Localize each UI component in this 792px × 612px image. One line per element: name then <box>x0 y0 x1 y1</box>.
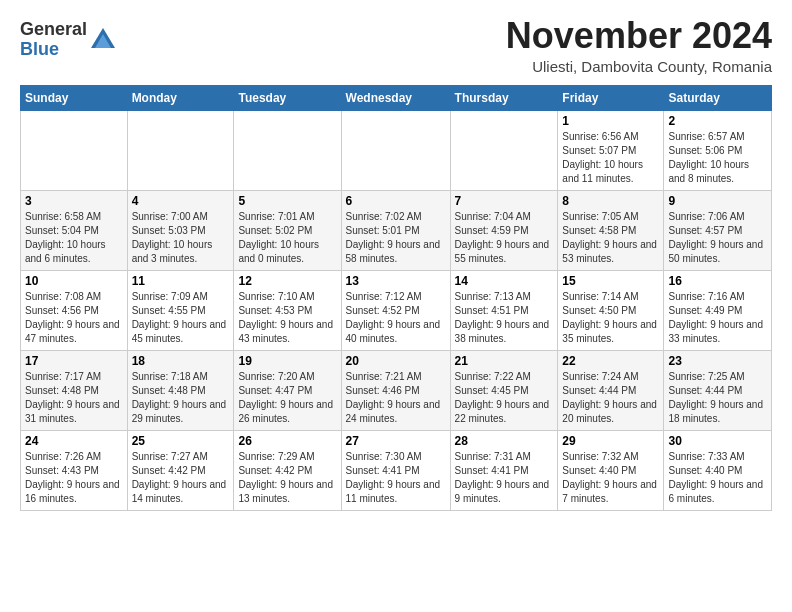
table-row: 22Sunrise: 7:24 AM Sunset: 4:44 PM Dayli… <box>558 350 664 430</box>
day-info: Sunrise: 7:08 AM Sunset: 4:56 PM Dayligh… <box>25 290 123 346</box>
table-row <box>21 110 128 190</box>
table-row: 16Sunrise: 7:16 AM Sunset: 4:49 PM Dayli… <box>664 270 772 350</box>
day-info: Sunrise: 7:05 AM Sunset: 4:58 PM Dayligh… <box>562 210 659 266</box>
day-number: 4 <box>132 194 230 208</box>
table-row: 28Sunrise: 7:31 AM Sunset: 4:41 PM Dayli… <box>450 430 558 510</box>
day-number: 7 <box>455 194 554 208</box>
table-row: 18Sunrise: 7:18 AM Sunset: 4:48 PM Dayli… <box>127 350 234 430</box>
calendar-table: Sunday Monday Tuesday Wednesday Thursday… <box>20 85 772 511</box>
table-row: 12Sunrise: 7:10 AM Sunset: 4:53 PM Dayli… <box>234 270 341 350</box>
day-number: 12 <box>238 274 336 288</box>
day-info: Sunrise: 7:16 AM Sunset: 4:49 PM Dayligh… <box>668 290 767 346</box>
logo: General Blue <box>20 20 117 60</box>
day-info: Sunrise: 6:56 AM Sunset: 5:07 PM Dayligh… <box>562 130 659 186</box>
title-block: November 2024 Uliesti, Dambovita County,… <box>506 16 772 75</box>
day-number: 13 <box>346 274 446 288</box>
col-thursday: Thursday <box>450 85 558 110</box>
page: General Blue November 2024 Uliesti, Damb… <box>0 0 792 527</box>
table-row: 14Sunrise: 7:13 AM Sunset: 4:51 PM Dayli… <box>450 270 558 350</box>
day-number: 22 <box>562 354 659 368</box>
table-row <box>127 110 234 190</box>
table-row: 27Sunrise: 7:30 AM Sunset: 4:41 PM Dayli… <box>341 430 450 510</box>
table-row: 21Sunrise: 7:22 AM Sunset: 4:45 PM Dayli… <box>450 350 558 430</box>
day-info: Sunrise: 7:10 AM Sunset: 4:53 PM Dayligh… <box>238 290 336 346</box>
day-number: 20 <box>346 354 446 368</box>
col-sunday: Sunday <box>21 85 128 110</box>
day-info: Sunrise: 6:58 AM Sunset: 5:04 PM Dayligh… <box>25 210 123 266</box>
day-number: 15 <box>562 274 659 288</box>
table-row: 6Sunrise: 7:02 AM Sunset: 5:01 PM Daylig… <box>341 190 450 270</box>
day-info: Sunrise: 7:26 AM Sunset: 4:43 PM Dayligh… <box>25 450 123 506</box>
day-info: Sunrise: 7:01 AM Sunset: 5:02 PM Dayligh… <box>238 210 336 266</box>
table-row: 15Sunrise: 7:14 AM Sunset: 4:50 PM Dayli… <box>558 270 664 350</box>
day-number: 25 <box>132 434 230 448</box>
table-row: 7Sunrise: 7:04 AM Sunset: 4:59 PM Daylig… <box>450 190 558 270</box>
day-number: 24 <box>25 434 123 448</box>
day-number: 21 <box>455 354 554 368</box>
header: General Blue November 2024 Uliesti, Damb… <box>20 16 772 75</box>
day-info: Sunrise: 7:06 AM Sunset: 4:57 PM Dayligh… <box>668 210 767 266</box>
col-tuesday: Tuesday <box>234 85 341 110</box>
table-row: 1Sunrise: 6:56 AM Sunset: 5:07 PM Daylig… <box>558 110 664 190</box>
day-number: 5 <box>238 194 336 208</box>
day-number: 9 <box>668 194 767 208</box>
day-number: 28 <box>455 434 554 448</box>
table-row <box>234 110 341 190</box>
day-info: Sunrise: 7:17 AM Sunset: 4:48 PM Dayligh… <box>25 370 123 426</box>
day-info: Sunrise: 7:31 AM Sunset: 4:41 PM Dayligh… <box>455 450 554 506</box>
day-info: Sunrise: 7:14 AM Sunset: 4:50 PM Dayligh… <box>562 290 659 346</box>
table-row: 19Sunrise: 7:20 AM Sunset: 4:47 PM Dayli… <box>234 350 341 430</box>
calendar-week-row: 3Sunrise: 6:58 AM Sunset: 5:04 PM Daylig… <box>21 190 772 270</box>
table-row: 4Sunrise: 7:00 AM Sunset: 5:03 PM Daylig… <box>127 190 234 270</box>
day-number: 17 <box>25 354 123 368</box>
day-number: 18 <box>132 354 230 368</box>
day-info: Sunrise: 7:33 AM Sunset: 4:40 PM Dayligh… <box>668 450 767 506</box>
col-wednesday: Wednesday <box>341 85 450 110</box>
day-number: 10 <box>25 274 123 288</box>
day-number: 23 <box>668 354 767 368</box>
day-info: Sunrise: 7:29 AM Sunset: 4:42 PM Dayligh… <box>238 450 336 506</box>
day-info: Sunrise: 7:30 AM Sunset: 4:41 PM Dayligh… <box>346 450 446 506</box>
day-info: Sunrise: 7:09 AM Sunset: 4:55 PM Dayligh… <box>132 290 230 346</box>
day-info: Sunrise: 7:18 AM Sunset: 4:48 PM Dayligh… <box>132 370 230 426</box>
table-row: 29Sunrise: 7:32 AM Sunset: 4:40 PM Dayli… <box>558 430 664 510</box>
table-row: 8Sunrise: 7:05 AM Sunset: 4:58 PM Daylig… <box>558 190 664 270</box>
day-info: Sunrise: 7:13 AM Sunset: 4:51 PM Dayligh… <box>455 290 554 346</box>
table-row: 25Sunrise: 7:27 AM Sunset: 4:42 PM Dayli… <box>127 430 234 510</box>
day-info: Sunrise: 7:25 AM Sunset: 4:44 PM Dayligh… <box>668 370 767 426</box>
table-row: 3Sunrise: 6:58 AM Sunset: 5:04 PM Daylig… <box>21 190 128 270</box>
table-row: 13Sunrise: 7:12 AM Sunset: 4:52 PM Dayli… <box>341 270 450 350</box>
table-row: 2Sunrise: 6:57 AM Sunset: 5:06 PM Daylig… <box>664 110 772 190</box>
subtitle: Uliesti, Dambovita County, Romania <box>506 58 772 75</box>
day-number: 30 <box>668 434 767 448</box>
calendar-week-row: 1Sunrise: 6:56 AM Sunset: 5:07 PM Daylig… <box>21 110 772 190</box>
col-monday: Monday <box>127 85 234 110</box>
logo-blue-text: Blue <box>20 39 59 59</box>
day-number: 27 <box>346 434 446 448</box>
table-row: 11Sunrise: 7:09 AM Sunset: 4:55 PM Dayli… <box>127 270 234 350</box>
day-number: 19 <box>238 354 336 368</box>
day-info: Sunrise: 7:27 AM Sunset: 4:42 PM Dayligh… <box>132 450 230 506</box>
calendar-week-row: 10Sunrise: 7:08 AM Sunset: 4:56 PM Dayli… <box>21 270 772 350</box>
table-row: 17Sunrise: 7:17 AM Sunset: 4:48 PM Dayli… <box>21 350 128 430</box>
day-number: 2 <box>668 114 767 128</box>
day-info: Sunrise: 7:04 AM Sunset: 4:59 PM Dayligh… <box>455 210 554 266</box>
day-number: 11 <box>132 274 230 288</box>
logo-general-text: General <box>20 19 87 39</box>
day-number: 14 <box>455 274 554 288</box>
table-row: 20Sunrise: 7:21 AM Sunset: 4:46 PM Dayli… <box>341 350 450 430</box>
col-friday: Friday <box>558 85 664 110</box>
day-number: 3 <box>25 194 123 208</box>
table-row: 10Sunrise: 7:08 AM Sunset: 4:56 PM Dayli… <box>21 270 128 350</box>
day-info: Sunrise: 7:20 AM Sunset: 4:47 PM Dayligh… <box>238 370 336 426</box>
day-info: Sunrise: 7:22 AM Sunset: 4:45 PM Dayligh… <box>455 370 554 426</box>
day-info: Sunrise: 7:02 AM Sunset: 5:01 PM Dayligh… <box>346 210 446 266</box>
calendar-week-row: 17Sunrise: 7:17 AM Sunset: 4:48 PM Dayli… <box>21 350 772 430</box>
table-row: 30Sunrise: 7:33 AM Sunset: 4:40 PM Dayli… <box>664 430 772 510</box>
day-number: 29 <box>562 434 659 448</box>
table-row: 23Sunrise: 7:25 AM Sunset: 4:44 PM Dayli… <box>664 350 772 430</box>
day-number: 16 <box>668 274 767 288</box>
table-row <box>341 110 450 190</box>
month-title: November 2024 <box>506 16 772 56</box>
day-info: Sunrise: 7:00 AM Sunset: 5:03 PM Dayligh… <box>132 210 230 266</box>
